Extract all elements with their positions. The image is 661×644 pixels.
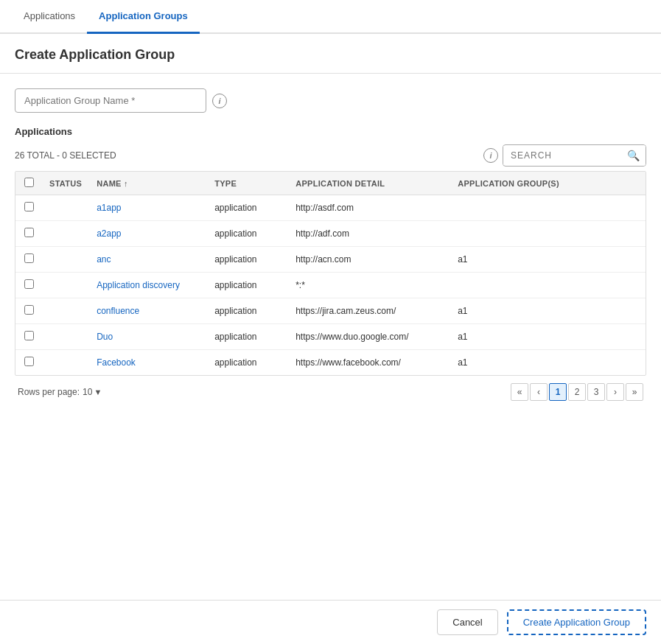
row-name[interactable]: a2app (89, 221, 207, 247)
rows-per-page: Rows per page: 10 ▼ (18, 387, 102, 397)
row-groups: a1 (450, 298, 646, 324)
row-checkbox-cell (15, 350, 42, 376)
row-checkbox[interactable] (24, 331, 34, 340)
row-groups: a1 (450, 247, 646, 273)
search-area: i 🔍 (483, 144, 646, 167)
page-1-button[interactable]: 1 (549, 383, 567, 401)
search-box: 🔍 (503, 144, 646, 167)
row-type: application (207, 298, 288, 324)
rows-per-page-label: Rows per page: (18, 387, 80, 397)
search-help-icon[interactable]: i (483, 148, 498, 163)
row-name[interactable]: Facebook (89, 350, 207, 376)
row-groups: a1 (450, 350, 646, 376)
row-type: application (207, 350, 288, 376)
row-name[interactable]: anc (89, 247, 207, 273)
row-name[interactable]: a1app (89, 195, 207, 221)
applications-table-container: STATUS NAME ↑ TYPE APPLICATION DETAIL AP… (15, 171, 646, 376)
select-all-checkbox[interactable] (24, 178, 34, 187)
table-row: confluence application https://jira.cam.… (15, 298, 646, 324)
page-3-button[interactable]: 3 (587, 383, 605, 401)
page-controls: « ‹ 1 2 3 › » (511, 383, 643, 401)
applications-section-label: Applications (15, 126, 646, 137)
row-name[interactable]: Duo (89, 324, 207, 350)
first-page-button[interactable]: « (511, 383, 528, 401)
search-input[interactable] (503, 146, 621, 165)
row-type: application (207, 195, 288, 221)
application-group-name-input[interactable] (15, 88, 206, 113)
row-checkbox[interactable] (24, 305, 34, 315)
row-checkbox[interactable] (24, 202, 34, 211)
row-detail: http://adf.com (288, 221, 450, 247)
row-checkbox-cell (15, 273, 42, 298)
row-checkbox[interactable] (24, 279, 34, 289)
tab-applications[interactable]: Applications (12, 0, 87, 34)
row-detail: http://acn.com (288, 247, 450, 273)
row-status (42, 324, 89, 350)
rows-per-page-dropdown[interactable]: 10 ▼ (83, 387, 102, 397)
table-row: Application discovery application *:* (15, 273, 646, 298)
row-type: application (207, 221, 288, 247)
header-status: STATUS (42, 172, 89, 195)
row-name-link[interactable]: confluence (97, 306, 139, 316)
rows-dropdown-chevron-icon: ▼ (94, 388, 102, 396)
row-groups (450, 221, 646, 247)
table-toolbar: 26 TOTAL - 0 SELECTED i 🔍 (15, 144, 646, 167)
row-checkbox-cell (15, 324, 42, 350)
header-type: TYPE (207, 172, 288, 195)
row-name-link[interactable]: anc (97, 254, 111, 265)
table-row: Facebook application https://www.faceboo… (15, 350, 646, 376)
row-name-link[interactable]: a2app (97, 228, 121, 239)
rows-per-page-value: 10 (83, 387, 92, 397)
row-checkbox-cell (15, 247, 42, 273)
row-detail: *:* (288, 273, 450, 298)
table-row: a2app application http://adf.com (15, 221, 646, 247)
row-checkbox-cell (15, 195, 42, 221)
row-checkbox[interactable] (24, 253, 34, 263)
header-application-groups: APPLICATION GROUP(S) (450, 172, 646, 195)
row-status (42, 195, 89, 221)
table-row: anc application http://acn.com a1 (15, 247, 646, 273)
page-title: Create Application Group (15, 47, 646, 63)
header-checkbox-cell (15, 172, 42, 195)
row-checkbox[interactable] (24, 228, 34, 237)
row-name-link[interactable]: Facebook (97, 357, 136, 368)
table-body: a1app application http://asdf.com a2app … (15, 195, 646, 376)
tab-application-groups[interactable]: Application Groups (87, 0, 200, 34)
row-status (42, 221, 89, 247)
header-application-detail: APPLICATION DETAIL (288, 172, 450, 195)
header-name[interactable]: NAME ↑ (89, 172, 207, 195)
form-area: i Applications 26 TOTAL - 0 SELECTED i 🔍 (0, 74, 661, 411)
page-header: Create Application Group (0, 34, 661, 74)
page-2-button[interactable]: 2 (568, 383, 586, 401)
applications-table: STATUS NAME ↑ TYPE APPLICATION DETAIL AP… (15, 172, 646, 375)
row-name-link[interactable]: Duo (97, 332, 113, 342)
row-status (42, 350, 89, 376)
table-row: a1app application http://asdf.com (15, 195, 646, 221)
row-status (42, 273, 89, 298)
row-name-link[interactable]: Application discovery (97, 280, 180, 290)
tabs-container: Applications Application Groups (0, 0, 661, 34)
name-row: i (15, 88, 646, 113)
row-checkbox[interactable] (24, 357, 34, 366)
row-detail: https://jira.cam.zeus.com/ (288, 298, 450, 324)
row-groups (450, 273, 646, 298)
row-name-link[interactable]: a1app (97, 203, 121, 213)
row-name[interactable]: confluence (89, 298, 207, 324)
table-header-row: STATUS NAME ↑ TYPE APPLICATION DETAIL AP… (15, 172, 646, 195)
row-name[interactable]: Application discovery (89, 273, 207, 298)
row-detail: https://www.facebook.com/ (288, 350, 450, 376)
row-checkbox-cell (15, 298, 42, 324)
row-groups: a1 (450, 324, 646, 350)
row-type: application (207, 324, 288, 350)
prev-page-button[interactable]: ‹ (530, 383, 548, 401)
last-page-button[interactable]: » (626, 383, 643, 401)
total-selected-label: 26 TOTAL - 0 SELECTED (15, 150, 116, 161)
name-info-icon[interactable]: i (212, 94, 227, 108)
row-detail: http://asdf.com (288, 195, 450, 221)
row-status (42, 298, 89, 324)
row-status (42, 247, 89, 273)
next-page-button[interactable]: › (606, 383, 624, 401)
search-button[interactable]: 🔍 (621, 145, 646, 166)
pagination-row: Rows per page: 10 ▼ « ‹ 1 2 3 › » (15, 376, 646, 404)
table-row: Duo application https://www.duo.google.c… (15, 324, 646, 350)
